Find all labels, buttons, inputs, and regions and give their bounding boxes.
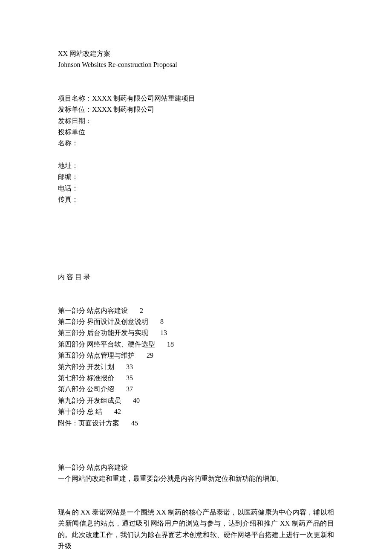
spacer — [58, 429, 334, 462]
toc-entry: 第八部分 公司介绍 37 — [58, 384, 334, 395]
issuer-value: XXXX 制药有限公司 — [92, 106, 154, 113]
project-name-row: 项目名称：XXXX 制药有限公司网站重建项目 — [58, 93, 334, 104]
toc-entry-label: 第十部分 总 结 — [58, 408, 102, 415]
address-row: 地址： — [58, 160, 334, 171]
toc-entry-page: 45 — [131, 419, 138, 427]
toc-entry: 附件：页面设计方案 45 — [58, 418, 334, 429]
toc-entry-label: 第三部分 后台功能开发与实现 — [58, 329, 148, 336]
toc-entry: 第九部分 开发组成员 40 — [58, 395, 334, 406]
toc-entry-label: 第五部分 站点管理与维护 — [58, 352, 135, 359]
toc-entry: 第二部分 界面设计及创意说明 8 — [58, 316, 334, 327]
spacer — [58, 283, 334, 305]
toc-entry: 第四部分 网络平台软、硬件选型 18 — [58, 339, 334, 350]
toc-entry-page: 37 — [126, 385, 133, 393]
toc-entry: 第三部分 后台功能开发与实现 13 — [58, 327, 334, 338]
toc-entry-label: 第六部分 开发计划 — [58, 363, 114, 370]
section1-intro: 一个网站的改建和重建，最重要部分就是内容的重新定位和新功能的增加。 — [58, 473, 334, 484]
section1-heading: 第一部分 站点内容建设 — [58, 462, 334, 473]
project-name-value: XXXX 制药有限公司网站重建项目 — [92, 95, 195, 102]
spacer — [58, 485, 334, 507]
doc-title-cn: XX 网站改建方案 — [58, 48, 334, 59]
toc-entry-label: 第八部分 公司介绍 — [58, 385, 114, 393]
toc-entry-label: 第七部分 标准报价 — [58, 374, 114, 382]
issue-date-row: 发标日期： — [58, 116, 334, 127]
toc-entry-label: 附件：页面设计方案 — [58, 419, 119, 427]
doc-title-en: Johnson Websites Re-construction Proposa… — [58, 59, 334, 70]
toc-entry-page: 18 — [167, 341, 174, 348]
toc-heading: 内 容 目 录 — [58, 272, 334, 283]
toc-entry-page: 8 — [160, 318, 164, 325]
toc-entry: 第六部分 开发计划 33 — [58, 361, 334, 373]
toc-entry: 第十部分 总 结 42 — [58, 406, 334, 417]
toc-entry-label: 第二部分 界面设计及创意说明 — [58, 318, 148, 325]
toc-entry-page: 42 — [114, 408, 121, 415]
bidder-unit-row: 投标单位 — [58, 127, 334, 138]
toc-entry-page: 40 — [133, 397, 140, 404]
toc-entry-page: 2 — [140, 307, 143, 314]
toc-entry-page: 33 — [126, 363, 133, 370]
name2-row: 名称： — [58, 138, 334, 149]
issuer-label: 发标单位： — [58, 106, 92, 113]
toc-list: 第一部分 站点内容建设 2 第二部分 界面设计及创意说明 8 第三部分 后台功能… — [58, 305, 334, 429]
toc-entry: 第五部分 站点管理与维护 29 — [58, 350, 334, 361]
toc-entry-page: 35 — [126, 374, 133, 382]
toc-entry: 第七部分 标准报价 35 — [58, 373, 334, 384]
toc-entry-label: 第四部分 网络平台软、硬件选型 — [58, 341, 155, 348]
spacer — [58, 205, 334, 272]
toc-entry-page: 13 — [160, 329, 167, 336]
spacer — [58, 71, 334, 93]
toc-entry-label: 第一部分 站点内容建设 — [58, 307, 128, 314]
toc-entry-label: 第九部分 开发组成员 — [58, 397, 121, 404]
fax-row: 传真： — [58, 194, 334, 205]
section1-para1: 现有的 XX 泰诺网站是一个围绕 XX 制药的核心产品泰诺，以医药健康为中心内容… — [58, 507, 334, 552]
project-name-label: 项目名称： — [58, 95, 92, 102]
issuer-row: 发标单位：XXXX 制药有限公司 — [58, 104, 334, 115]
phone-row: 电话： — [58, 183, 334, 194]
spacer — [58, 149, 334, 160]
toc-entry: 第一部分 站点内容建设 2 — [58, 305, 334, 316]
postcode-row: 邮编： — [58, 171, 334, 182]
toc-entry-page: 29 — [147, 352, 153, 359]
